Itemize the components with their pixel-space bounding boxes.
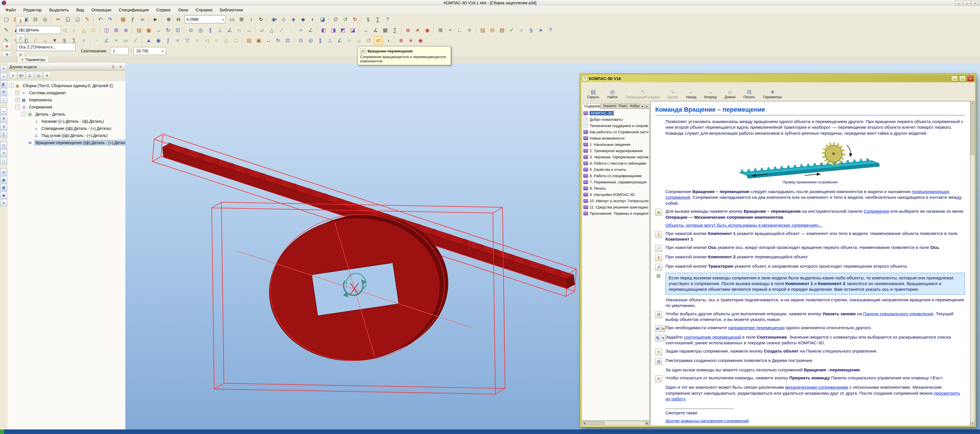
move-component-button[interactable]: ↔: [154, 26, 163, 35]
scroll-thumb-vertical[interactable]: [970, 106, 974, 155]
mate-rotation-translation-button[interactable]: ⇄: [374, 36, 383, 45]
point-3d-button[interactable]: ·: [286, 26, 296, 35]
panel-apps-button[interactable]: ◆: [0, 192, 7, 199]
wireframe-mode-button[interactable]: ◇: [279, 15, 288, 24]
axis-button[interactable]: ∕: [16, 34, 25, 43]
redo-button[interactable]: ↷: [105, 15, 115, 24]
zoom-all-button[interactable]: ⊞: [237, 15, 246, 24]
create-component-button[interactable]: ▣: [144, 26, 153, 35]
ratio-value-1[interactable]: 1: [110, 47, 129, 55]
expander-icon[interactable]: −: [9, 83, 13, 88]
help-tab-Содержание[interactable]: Содержание: [582, 103, 600, 109]
toc-item[interactable]: 5. Свойства и отчеты: [583, 166, 648, 173]
help-close-button[interactable]: ×: [967, 76, 974, 81]
toc-item[interactable]: 7. Переменные, параметризация: [583, 179, 648, 185]
tree-item-assembly[interactable]: −▣Сборка (Тел-0, Сборочных единиц-0, Дет…: [7, 82, 125, 89]
menu-Выделить[interactable]: Выделить: [45, 6, 72, 13]
menu-Библиотеки[interactable]: Библиотеки: [216, 6, 247, 13]
minimize-button[interactable]: —: [955, 0, 963, 6]
mate-parallel-button[interactable]: ∥: [206, 26, 215, 35]
ratio-dropdown-icon[interactable]: ▾: [162, 49, 164, 53]
print-help-button[interactable]: ⊟Печать: [741, 88, 757, 100]
conditional-image-button[interactable]: ○: [79, 36, 88, 45]
hide-objects-button[interactable]: ∅: [331, 15, 340, 24]
surface-sew-button[interactable]: ◩: [339, 26, 348, 35]
mate-rotation-rotation-button[interactable]: ↺: [364, 36, 373, 45]
help-link[interactable]: Сопряжения: [864, 209, 889, 214]
rotate-view-button[interactable]: ↻: [256, 15, 266, 24]
grid-button[interactable]: ⊞: [436, 26, 445, 35]
forward-button[interactable]: →Вперед: [702, 88, 719, 100]
tree-item-mate-angle[interactable]: ∠Под углом ((ф).Деталь - (+).Деталь): [7, 132, 125, 139]
tab-scroll-left-icon[interactable]: ◀: [640, 104, 644, 108]
new-document-button[interactable]: ▢: [2, 15, 11, 24]
ratio-value-2[interactable]: 19.735▾: [134, 47, 166, 55]
mates-review-button[interactable]: ◉: [423, 26, 432, 35]
toc-item[interactable]: 10. Импорт и экспорт. Гиперссылки. Сс: [583, 198, 648, 204]
panel-filters-button[interactable]: ▼: [0, 115, 7, 122]
panel-dimensions-button[interactable]: ≡: [0, 149, 7, 156]
dropdown-arrow-icon[interactable]: ▾: [275, 18, 277, 21]
document-properties-button[interactable]: §: [527, 26, 536, 35]
help-link[interactable]: Панели специального управления: [863, 311, 933, 316]
perspective-mode-button[interactable]: ◪: [318, 15, 327, 24]
kinematic-op-button[interactable]: ∫: [164, 36, 173, 45]
combo-arrows-icon[interactable]: ▾: [223, 18, 224, 21]
tree-item-coordinate-systems[interactable]: ++Системы координат: [7, 89, 125, 96]
help-link[interactable]: Объекты, которые могут быть использованы…: [665, 223, 822, 227]
component1-field[interactable]: (ф) Деталь: [16, 26, 61, 34]
help-maximize-button[interactable]: □: [959, 76, 966, 81]
back-button[interactable]: ←Назад: [683, 88, 699, 100]
tree-attributes-button[interactable]: ◎: [35, 72, 43, 79]
mate-coaxial-button[interactable]: ◎: [196, 26, 205, 35]
variables-button[interactable]: ƒ: [128, 15, 137, 24]
menu-Редактор[interactable]: Редактор: [20, 6, 46, 13]
hole-op-button[interactable]: ○: [212, 36, 221, 45]
toc-item[interactable]: 2. Трехмерное моделирование: [583, 148, 648, 154]
settings-button[interactable]: ∗: [536, 26, 545, 35]
panel-library-button[interactable]: ▦: [0, 184, 7, 191]
scroll-down-icon[interactable]: ▼: [970, 422, 975, 426]
scroll-up-icon[interactable]: ▲: [970, 102, 975, 105]
maximize-button[interactable]: □: [963, 0, 970, 6]
mate-cam-button[interactable]: ◑: [383, 36, 393, 45]
tree-item-components[interactable]: +▦Компоненты: [7, 96, 125, 103]
mate-parallel-tool-button[interactable]: ∥: [316, 36, 325, 45]
axis-2planes-button[interactable]: ∕: [277, 26, 286, 35]
exploded-view-button[interactable]: ∗: [413, 26, 422, 35]
plane-3points-button[interactable]: △: [267, 26, 276, 35]
rib-op-button[interactable]: △: [222, 36, 231, 45]
tree-relations-button[interactable]: ∠: [26, 72, 34, 79]
toc-item[interactable]: 6. Работа со спецификациями: [583, 173, 648, 179]
menu-Сервис[interactable]: Сервис: [153, 6, 174, 13]
measure-angle-button[interactable]: ∡: [371, 26, 380, 35]
component-from-file-button[interactable]: ▤: [134, 26, 143, 35]
panel-surfaces-button[interactable]: ◧: [0, 81, 7, 87]
fillet-op-button[interactable]: ∩: [192, 36, 202, 45]
mass-properties-button[interactable]: ∑: [390, 26, 399, 35]
panel-aux-geometry-button[interactable]: ∕: [0, 96, 7, 103]
check-collisions-button[interactable]: ⊗: [403, 26, 412, 35]
menu-Спецификация[interactable]: Спецификация: [115, 6, 153, 13]
toc-item[interactable]: ?Техническая поддержка и сопровождение: [583, 122, 648, 129]
help-link[interactable]: соотношение перемещений: [684, 335, 741, 339]
panel-arrays-button[interactable]: ⊞: [0, 88, 7, 95]
cut-op-button[interactable]: ▽: [183, 36, 192, 45]
menu-Окно[interactable]: Окно: [175, 6, 192, 13]
hide-button[interactable]: ▤Скрыть: [585, 88, 602, 100]
panel-edit-part-button[interactable]: ✎: [0, 65, 7, 72]
scroll-left-icon[interactable]: ◀: [582, 421, 586, 425]
spline-3d-button[interactable]: ≈: [296, 26, 305, 35]
tree-composition-button[interactable]: ⊞▾: [18, 72, 25, 79]
help-tab-Избранное[interactable]: Избранное: [628, 103, 640, 108]
help-minimize-button[interactable]: —: [951, 76, 958, 81]
polyline-3d-button[interactable]: ∠: [306, 26, 315, 35]
content-vertical-scrollbar[interactable]: ▲ ▼: [970, 101, 975, 426]
panel-spatial-curves-button[interactable]: ≈: [0, 73, 7, 80]
macro-element-button[interactable]: ▤: [478, 26, 487, 35]
scroll-thumb[interactable]: [587, 421, 605, 425]
context-help-button[interactable]: ?: [383, 15, 392, 24]
undo-button[interactable]: ↶: [96, 15, 105, 24]
mate-distance-tool-button[interactable]: ↔: [355, 36, 364, 45]
help-mode-button[interactable]: ?: [546, 26, 555, 35]
